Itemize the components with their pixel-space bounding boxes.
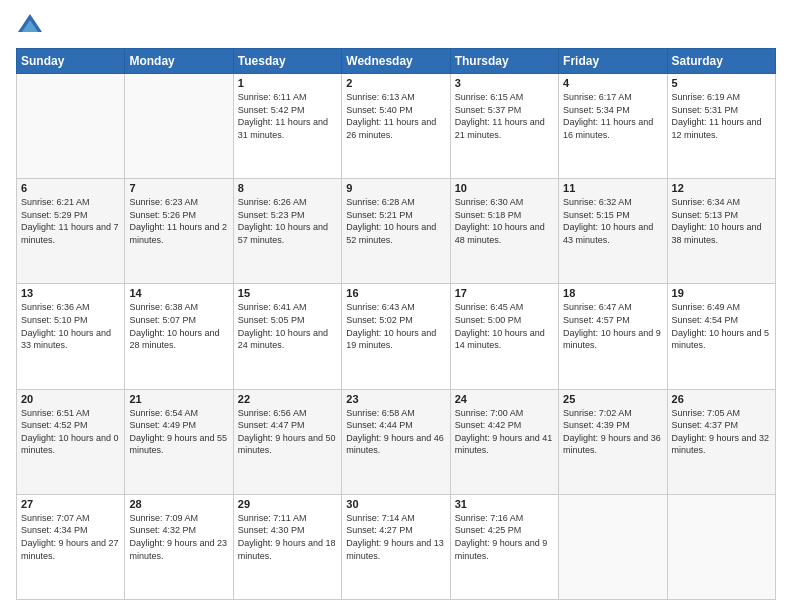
calendar-cell: 7Sunrise: 6:23 AMSunset: 5:26 PMDaylight… [125,179,233,284]
day-number: 16 [346,287,445,299]
cell-info: Sunrise: 6:15 AMSunset: 5:37 PMDaylight:… [455,91,554,141]
cell-info: Sunrise: 6:49 AMSunset: 4:54 PMDaylight:… [672,301,771,351]
cell-info: Sunrise: 6:17 AMSunset: 5:34 PMDaylight:… [563,91,662,141]
calendar-cell: 16Sunrise: 6:43 AMSunset: 5:02 PMDayligh… [342,284,450,389]
cell-info: Sunrise: 6:26 AMSunset: 5:23 PMDaylight:… [238,196,337,246]
day-number: 10 [455,182,554,194]
page: SundayMondayTuesdayWednesdayThursdayFrid… [0,0,792,612]
day-number: 23 [346,393,445,405]
logo-icon [16,12,44,40]
calendar-cell [125,74,233,179]
cell-info: Sunrise: 7:05 AMSunset: 4:37 PMDaylight:… [672,407,771,457]
day-number: 25 [563,393,662,405]
calendar-cell: 18Sunrise: 6:47 AMSunset: 4:57 PMDayligh… [559,284,667,389]
calendar-cell: 19Sunrise: 6:49 AMSunset: 4:54 PMDayligh… [667,284,775,389]
week-row-1: 1Sunrise: 6:11 AMSunset: 5:42 PMDaylight… [17,74,776,179]
calendar-cell [667,494,775,599]
cell-info: Sunrise: 7:11 AMSunset: 4:30 PMDaylight:… [238,512,337,562]
calendar-cell: 12Sunrise: 6:34 AMSunset: 5:13 PMDayligh… [667,179,775,284]
day-number: 7 [129,182,228,194]
cell-info: Sunrise: 6:56 AMSunset: 4:47 PMDaylight:… [238,407,337,457]
calendar-cell: 2Sunrise: 6:13 AMSunset: 5:40 PMDaylight… [342,74,450,179]
cell-info: Sunrise: 7:16 AMSunset: 4:25 PMDaylight:… [455,512,554,562]
cell-info: Sunrise: 7:00 AMSunset: 4:42 PMDaylight:… [455,407,554,457]
calendar-cell: 21Sunrise: 6:54 AMSunset: 4:49 PMDayligh… [125,389,233,494]
calendar-cell: 5Sunrise: 6:19 AMSunset: 5:31 PMDaylight… [667,74,775,179]
cell-info: Sunrise: 6:51 AMSunset: 4:52 PMDaylight:… [21,407,120,457]
calendar-cell: 6Sunrise: 6:21 AMSunset: 5:29 PMDaylight… [17,179,125,284]
cell-info: Sunrise: 6:43 AMSunset: 5:02 PMDaylight:… [346,301,445,351]
day-number: 19 [672,287,771,299]
calendar-cell: 9Sunrise: 6:28 AMSunset: 5:21 PMDaylight… [342,179,450,284]
day-number: 5 [672,77,771,89]
cell-info: Sunrise: 6:11 AMSunset: 5:42 PMDaylight:… [238,91,337,141]
cell-info: Sunrise: 6:58 AMSunset: 4:44 PMDaylight:… [346,407,445,457]
week-row-5: 27Sunrise: 7:07 AMSunset: 4:34 PMDayligh… [17,494,776,599]
day-number: 18 [563,287,662,299]
cell-info: Sunrise: 6:34 AMSunset: 5:13 PMDaylight:… [672,196,771,246]
day-number: 17 [455,287,554,299]
calendar-cell [17,74,125,179]
weekday-tuesday: Tuesday [233,49,341,74]
calendar-cell: 28Sunrise: 7:09 AMSunset: 4:32 PMDayligh… [125,494,233,599]
weekday-thursday: Thursday [450,49,558,74]
weekday-sunday: Sunday [17,49,125,74]
calendar-cell: 23Sunrise: 6:58 AMSunset: 4:44 PMDayligh… [342,389,450,494]
calendar-cell: 10Sunrise: 6:30 AMSunset: 5:18 PMDayligh… [450,179,558,284]
day-number: 26 [672,393,771,405]
cell-info: Sunrise: 6:21 AMSunset: 5:29 PMDaylight:… [21,196,120,246]
calendar-cell: 30Sunrise: 7:14 AMSunset: 4:27 PMDayligh… [342,494,450,599]
week-row-3: 13Sunrise: 6:36 AMSunset: 5:10 PMDayligh… [17,284,776,389]
calendar-cell: 27Sunrise: 7:07 AMSunset: 4:34 PMDayligh… [17,494,125,599]
calendar-cell: 17Sunrise: 6:45 AMSunset: 5:00 PMDayligh… [450,284,558,389]
cell-info: Sunrise: 6:13 AMSunset: 5:40 PMDaylight:… [346,91,445,141]
cell-info: Sunrise: 6:54 AMSunset: 4:49 PMDaylight:… [129,407,228,457]
day-number: 20 [21,393,120,405]
weekday-saturday: Saturday [667,49,775,74]
calendar-cell: 3Sunrise: 6:15 AMSunset: 5:37 PMDaylight… [450,74,558,179]
cell-info: Sunrise: 6:41 AMSunset: 5:05 PMDaylight:… [238,301,337,351]
calendar-cell: 15Sunrise: 6:41 AMSunset: 5:05 PMDayligh… [233,284,341,389]
cell-info: Sunrise: 7:07 AMSunset: 4:34 PMDaylight:… [21,512,120,562]
logo [16,12,48,40]
day-number: 15 [238,287,337,299]
day-number: 21 [129,393,228,405]
calendar-cell: 20Sunrise: 6:51 AMSunset: 4:52 PMDayligh… [17,389,125,494]
calendar-cell: 31Sunrise: 7:16 AMSunset: 4:25 PMDayligh… [450,494,558,599]
calendar-cell: 4Sunrise: 6:17 AMSunset: 5:34 PMDaylight… [559,74,667,179]
cell-info: Sunrise: 6:23 AMSunset: 5:26 PMDaylight:… [129,196,228,246]
day-number: 2 [346,77,445,89]
day-number: 1 [238,77,337,89]
cell-info: Sunrise: 6:47 AMSunset: 4:57 PMDaylight:… [563,301,662,351]
weekday-wednesday: Wednesday [342,49,450,74]
cell-info: Sunrise: 6:36 AMSunset: 5:10 PMDaylight:… [21,301,120,351]
cell-info: Sunrise: 6:45 AMSunset: 5:00 PMDaylight:… [455,301,554,351]
week-row-2: 6Sunrise: 6:21 AMSunset: 5:29 PMDaylight… [17,179,776,284]
day-number: 3 [455,77,554,89]
cell-info: Sunrise: 6:38 AMSunset: 5:07 PMDaylight:… [129,301,228,351]
week-row-4: 20Sunrise: 6:51 AMSunset: 4:52 PMDayligh… [17,389,776,494]
day-number: 28 [129,498,228,510]
cell-info: Sunrise: 7:02 AMSunset: 4:39 PMDaylight:… [563,407,662,457]
header [16,12,776,40]
calendar-cell: 11Sunrise: 6:32 AMSunset: 5:15 PMDayligh… [559,179,667,284]
day-number: 12 [672,182,771,194]
weekday-friday: Friday [559,49,667,74]
weekday-monday: Monday [125,49,233,74]
day-number: 22 [238,393,337,405]
day-number: 29 [238,498,337,510]
calendar-cell: 13Sunrise: 6:36 AMSunset: 5:10 PMDayligh… [17,284,125,389]
day-number: 31 [455,498,554,510]
calendar-cell: 25Sunrise: 7:02 AMSunset: 4:39 PMDayligh… [559,389,667,494]
calendar-cell: 26Sunrise: 7:05 AMSunset: 4:37 PMDayligh… [667,389,775,494]
calendar-cell: 22Sunrise: 6:56 AMSunset: 4:47 PMDayligh… [233,389,341,494]
cell-info: Sunrise: 6:30 AMSunset: 5:18 PMDaylight:… [455,196,554,246]
weekday-header-row: SundayMondayTuesdayWednesdayThursdayFrid… [17,49,776,74]
day-number: 30 [346,498,445,510]
cell-info: Sunrise: 6:19 AMSunset: 5:31 PMDaylight:… [672,91,771,141]
calendar-cell: 1Sunrise: 6:11 AMSunset: 5:42 PMDaylight… [233,74,341,179]
calendar-cell: 14Sunrise: 6:38 AMSunset: 5:07 PMDayligh… [125,284,233,389]
cell-info: Sunrise: 7:09 AMSunset: 4:32 PMDaylight:… [129,512,228,562]
day-number: 6 [21,182,120,194]
cell-info: Sunrise: 7:14 AMSunset: 4:27 PMDaylight:… [346,512,445,562]
